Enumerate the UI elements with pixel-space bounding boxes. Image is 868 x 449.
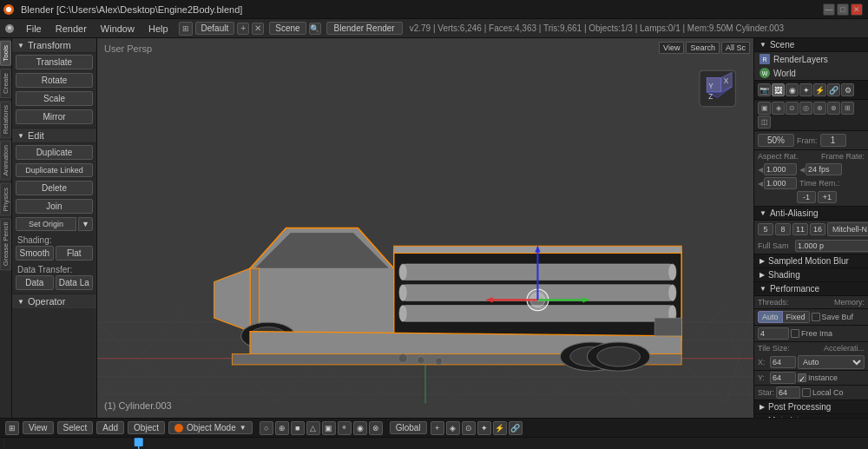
anti-alias-header[interactable]: ▼ Anti-Aliasing [754,206,868,221]
modifier-icon-btn[interactable]: ⚙ [841,83,854,96]
flat-button[interactable]: Flat [56,246,94,261]
tab-animation[interactable]: Animation [0,141,11,181]
minimize-button[interactable]: — [823,3,835,16]
delete-button[interactable]: Delete [16,181,93,195]
maximize-button[interactable]: □ [837,3,849,16]
edit-section-header[interactable]: ▼ Edit [12,128,96,143]
render-layers-row[interactable]: R RenderLayers [754,52,868,66]
menu-help[interactable]: Help [141,22,175,36]
select-menu-btn[interactable]: Select [57,421,94,434]
aa-filter-select[interactable]: Mitchell-N [827,222,868,236]
icon-btn-7[interactable]: ⊞ [841,102,854,115]
icon-btn-6[interactable]: ⊗ [827,102,840,115]
set-origin-dropdown[interactable]: ▼ [78,217,93,231]
transform-section-header[interactable]: ▼ Transform [12,38,96,53]
mode-dropdown[interactable]: Object Mode ▼ [168,421,253,434]
translate-button[interactable]: Translate [16,55,93,69]
aa-val-4[interactable] [810,223,825,235]
icon-btn-3[interactable]: ⊙ [786,102,799,115]
tab-relations[interactable]: Relations [0,101,11,138]
operator-section-header[interactable]: ▼ Operator [12,294,96,308]
free-ima-checkbox[interactable] [791,329,799,338]
data-la-button[interactable]: Data La [56,275,94,290]
local-co-checkbox[interactable] [802,388,811,397]
star-input[interactable] [776,386,800,399]
layout-dropdown[interactable]: Default [195,22,235,35]
extra-btn-3[interactable]: ⊙ [462,421,476,435]
aa-val-1[interactable] [758,223,773,235]
object-menu-btn[interactable]: Object [128,421,165,434]
data-button[interactable]: Data [16,275,54,290]
shading-section-header[interactable]: ▶ Shading [754,268,868,282]
duplicate-linked-button[interactable]: Duplicate Linked [16,163,93,177]
icon-btn-2[interactable]: ◈ [772,102,785,115]
viewport[interactable]: User Persp [97,38,753,418]
overlay-btn-6[interactable]: ⌖ [338,421,352,435]
icon-btn-8[interactable]: ◫ [758,116,771,129]
save-buf-checkbox[interactable] [812,313,820,321]
extra-btn-4[interactable]: ✦ [477,421,491,435]
tile-x-input[interactable] [770,356,796,368]
mirror-button[interactable]: Mirror [16,109,93,124]
frame-input[interactable] [820,134,846,147]
camera-icon-btn[interactable]: 📷 [758,83,771,96]
image-icon-btn[interactable]: 🖼 [772,83,785,96]
post-processing-header[interactable]: ▶ Post Processing [754,400,868,414]
scene-dropdown[interactable]: Scene [269,22,306,35]
viewport-view-btn[interactable]: View [659,42,684,54]
frame-rate-input[interactable] [806,163,842,175]
instance-checkbox[interactable]: ✓ [798,373,806,382]
scene-search-icon[interactable]: 🔍 [309,23,321,35]
aa-val-3[interactable] [792,223,808,235]
extra-btn-6[interactable]: 🔗 [509,421,523,435]
rotate-button[interactable]: Rotate [16,73,93,88]
overlay-btn-7[interactable]: ◉ [353,421,367,435]
tab-create[interactable]: Create [0,69,11,98]
performance-section-header[interactable]: ▼ Performance [754,282,868,296]
overlay-btn-1[interactable]: ○ [260,421,273,435]
material-icon-btn[interactable]: ◉ [786,83,799,96]
set-origin-button[interactable]: Set Origin [16,217,76,231]
timeline-ruler[interactable]: -60 -40 -20 0 20 40 60 80 100 120 140 16… [0,438,868,449]
overlay-btn-2[interactable]: ⊕ [275,421,289,435]
viewport-type-icon[interactable]: ⊞ [5,421,19,435]
duplicate-button[interactable]: Duplicate [16,145,93,160]
layout-add-icon[interactable]: + [237,23,249,35]
auto-threads-btn[interactable]: Auto [758,311,783,323]
smooth-button[interactable]: Smooth [16,246,54,261]
overlay-btn-5[interactable]: ▣ [322,421,336,435]
tile-y-input[interactable] [770,372,796,384]
physics-icon-btn[interactable]: ⚡ [813,83,826,96]
close-button[interactable]: ✕ [851,3,863,16]
tab-grease-pencil[interactable]: Grease Pencil [0,218,11,270]
particles-icon-btn[interactable]: ✦ [799,83,812,96]
fixed-threads-btn[interactable]: Fixed [783,311,810,323]
layout-close-icon[interactable]: ✕ [252,23,264,35]
full-sam-input[interactable] [795,240,868,252]
viewport-search-btn[interactable]: Search [686,42,720,54]
percentage-input[interactable] [758,134,794,147]
extra-btn-1[interactable]: + [431,421,444,435]
world-row[interactable]: W World [754,66,868,80]
overlay-btn-4[interactable]: △ [306,421,320,435]
menu-file[interactable]: File [19,22,49,36]
extra-btn-2[interactable]: ◈ [446,421,460,435]
scene-section-header[interactable]: ▼ Scene [754,38,868,52]
time-pos-input[interactable] [818,191,837,203]
icon-btn-4[interactable]: ◎ [799,102,812,115]
icon-btn-1[interactable]: ▣ [758,102,771,115]
tab-tools[interactable]: Tools [0,41,11,66]
tab-physics[interactable]: Physics [0,183,11,216]
extra-btn-5[interactable]: ⚡ [493,421,507,435]
constraint-icon-btn[interactable]: 🔗 [827,83,840,96]
icon-btn-5[interactable]: ⊕ [813,102,826,115]
aa-val-2[interactable] [775,223,791,235]
add-menu-btn[interactable]: Add [96,421,124,434]
viewport-all-btn[interactable]: All Sc [721,42,750,54]
global-dropdown[interactable]: Global [390,421,427,434]
auto-tile-select[interactable]: Auto [798,355,865,369]
join-button[interactable]: Join [16,199,93,214]
threads-value-input[interactable] [758,327,789,340]
menu-window[interactable]: Window [94,22,141,36]
metadata-header[interactable]: ▶ Metadata [754,414,868,418]
